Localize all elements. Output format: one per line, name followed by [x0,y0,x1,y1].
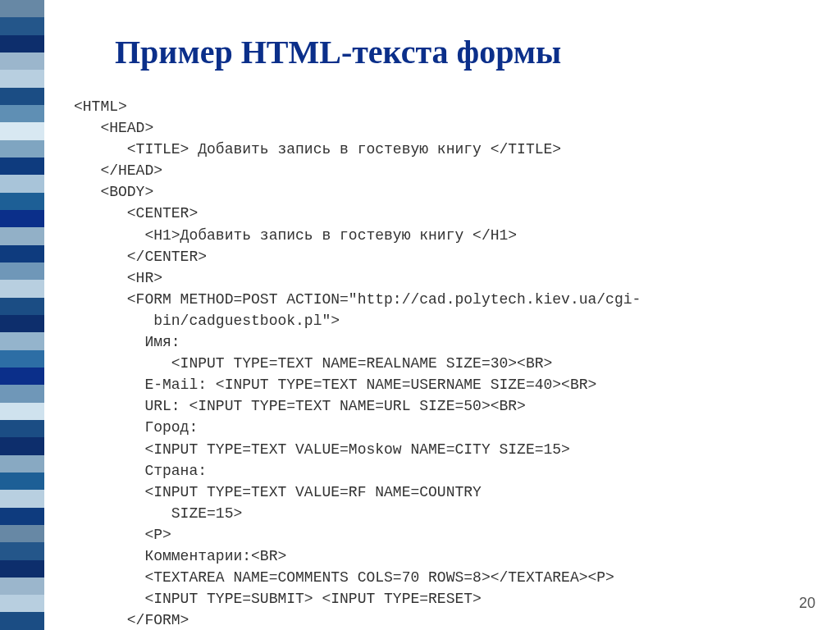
sidebar-stripe [0,403,44,420]
sidebar-stripe [0,298,44,315]
sidebar-stripe [0,542,44,559]
page-number: 20 [799,595,815,612]
sidebar-stripe [0,612,44,629]
sidebar-stripe [0,368,44,385]
sidebar-stripe [0,525,44,542]
sidebar-stripe [0,385,44,402]
sidebar-stripe [0,227,44,244]
sidebar-stripe [0,105,44,122]
sidebar-stripe [0,472,44,490]
sidebar-stripe [0,578,44,595]
sidebar-stripe [0,140,44,158]
sidebar-stripe [0,35,44,52]
slide-content: Пример HTML-текста формы <HTML> <HEAD> <… [82,33,804,630]
sidebar-stripe [0,560,44,578]
sidebar-stripe [0,280,44,297]
sidebar-stripe [0,350,44,368]
sidebar-stripe [0,122,44,139]
sidebar-stripe [0,262,44,280]
sidebar-stripe [0,52,44,70]
sidebar-stripe [0,158,44,175]
decorative-sidebar [0,0,44,630]
sidebar-stripe [0,175,44,192]
sidebar-stripe [0,508,44,525]
sidebar-stripe [0,437,44,454]
sidebar-stripe [0,595,44,612]
sidebar-stripe [0,490,44,507]
sidebar-stripe [0,332,44,349]
sidebar-stripe [0,17,44,34]
sidebar-stripe [0,420,44,437]
sidebar-stripe [0,88,44,105]
sidebar-stripe [0,0,44,17]
sidebar-stripe [0,245,44,262]
sidebar-stripe [0,210,44,227]
sidebar-stripe [0,193,44,210]
code-block: <HTML> <HEAD> <TITLE> Добавить запись в … [74,96,804,630]
slide-title: Пример HTML-текста формы [115,33,804,71]
sidebar-stripe [0,315,44,332]
sidebar-stripe [0,455,44,472]
sidebar-stripe [0,70,44,87]
